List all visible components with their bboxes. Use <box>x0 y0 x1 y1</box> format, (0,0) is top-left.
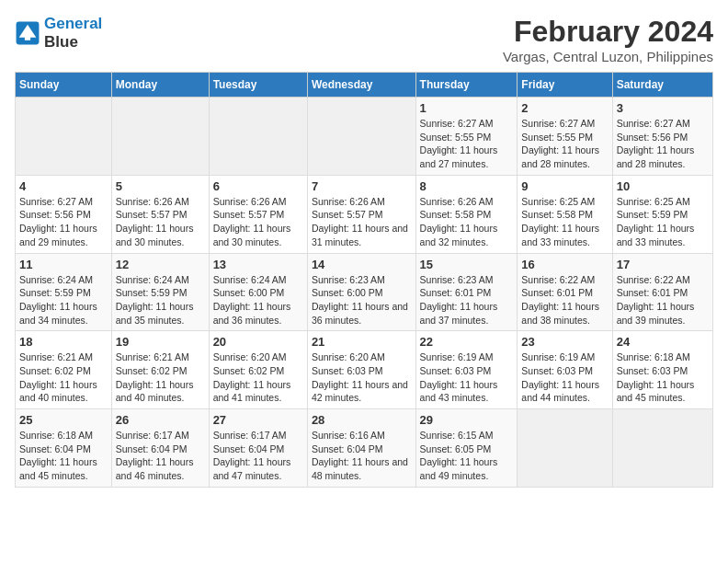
day-number: 7 <box>312 179 412 193</box>
day-number: 28 <box>312 413 412 427</box>
day-info: Sunrise: 6:23 AM Sunset: 6:00 PM Dayligh… <box>312 273 412 327</box>
day-info: Sunrise: 6:21 AM Sunset: 6:02 PM Dayligh… <box>19 350 108 405</box>
calendar-cell: 25Sunrise: 6:18 AM Sunset: 6:04 PM Dayli… <box>16 409 112 488</box>
day-info: Sunrise: 6:23 AM Sunset: 6:01 PM Dayligh… <box>420 273 514 327</box>
subtitle: Vargas, Central Luzon, Philippines <box>503 49 713 64</box>
day-number: 5 <box>116 179 205 193</box>
calendar-cell: 5Sunrise: 6:26 AM Sunset: 5:57 PM Daylig… <box>111 175 209 253</box>
day-info: Sunrise: 6:24 AM Sunset: 6:00 PM Dayligh… <box>213 273 303 327</box>
day-info: Sunrise: 6:19 AM Sunset: 6:03 PM Dayligh… <box>420 350 514 405</box>
day-info: Sunrise: 6:25 AM Sunset: 5:59 PM Dayligh… <box>617 195 709 249</box>
week-row-3: 18Sunrise: 6:21 AM Sunset: 6:02 PM Dayli… <box>16 331 713 409</box>
day-number: 29 <box>420 413 514 427</box>
logo-text: General Blue <box>44 15 102 52</box>
calendar-cell: 2Sunrise: 6:27 AM Sunset: 5:55 PM Daylig… <box>518 98 612 176</box>
calendar-cell: 17Sunrise: 6:22 AM Sunset: 6:01 PM Dayli… <box>612 253 712 331</box>
day-info: Sunrise: 6:25 AM Sunset: 5:58 PM Dayligh… <box>521 195 608 249</box>
calendar-cell: 6Sunrise: 6:26 AM Sunset: 5:57 PM Daylig… <box>209 175 307 253</box>
logo: General Blue <box>15 15 102 52</box>
day-info: Sunrise: 6:26 AM Sunset: 5:57 PM Dayligh… <box>312 195 412 249</box>
day-info: Sunrise: 6:20 AM Sunset: 6:02 PM Dayligh… <box>213 350 303 405</box>
day-info: Sunrise: 6:15 AM Sunset: 6:05 PM Dayligh… <box>420 429 514 483</box>
day-number: 2 <box>521 101 608 115</box>
weekday-header-monday: Monday <box>111 73 209 98</box>
day-info: Sunrise: 6:26 AM Sunset: 5:58 PM Dayligh… <box>420 195 514 249</box>
day-info: Sunrise: 6:21 AM Sunset: 6:02 PM Dayligh… <box>116 350 205 405</box>
day-info: Sunrise: 6:18 AM Sunset: 6:03 PM Dayligh… <box>617 350 709 405</box>
weekday-header-row: SundayMondayTuesdayWednesdayThursdayFrid… <box>16 73 713 98</box>
day-info: Sunrise: 6:18 AM Sunset: 6:04 PM Dayligh… <box>19 429 108 483</box>
calendar-cell: 10Sunrise: 6:25 AM Sunset: 5:59 PM Dayli… <box>612 175 712 253</box>
day-number: 22 <box>420 335 514 349</box>
calendar-cell: 14Sunrise: 6:23 AM Sunset: 6:00 PM Dayli… <box>307 253 415 331</box>
calendar-cell: 27Sunrise: 6:17 AM Sunset: 6:04 PM Dayli… <box>209 409 307 488</box>
week-row-2: 11Sunrise: 6:24 AM Sunset: 5:59 PM Dayli… <box>16 253 713 331</box>
weekday-header-thursday: Thursday <box>415 73 518 98</box>
calendar-cell: 23Sunrise: 6:19 AM Sunset: 6:03 PM Dayli… <box>518 331 612 409</box>
calendar-cell: 26Sunrise: 6:17 AM Sunset: 6:04 PM Dayli… <box>111 409 209 488</box>
calendar-table: SundayMondayTuesdayWednesdayThursdayFrid… <box>15 72 713 488</box>
title-area: February 2024 Vargas, Central Luzon, Phi… <box>503 15 713 64</box>
calendar-cell <box>518 409 612 488</box>
day-number: 17 <box>617 258 709 271</box>
weekday-header-tuesday: Tuesday <box>209 73 307 98</box>
day-number: 3 <box>617 101 709 115</box>
day-number: 13 <box>213 258 303 271</box>
week-row-4: 25Sunrise: 6:18 AM Sunset: 6:04 PM Dayli… <box>16 409 713 488</box>
weekday-header-wednesday: Wednesday <box>307 73 415 98</box>
day-number: 26 <box>116 413 205 427</box>
day-info: Sunrise: 6:26 AM Sunset: 5:57 PM Dayligh… <box>213 195 303 249</box>
day-info: Sunrise: 6:20 AM Sunset: 6:03 PM Dayligh… <box>312 350 412 405</box>
day-info: Sunrise: 6:27 AM Sunset: 5:56 PM Dayligh… <box>617 117 709 171</box>
day-info: Sunrise: 6:27 AM Sunset: 5:56 PM Dayligh… <box>19 195 108 249</box>
calendar-cell: 1Sunrise: 6:27 AM Sunset: 5:55 PM Daylig… <box>415 98 518 176</box>
day-number: 25 <box>19 413 108 427</box>
svg-rect-2 <box>25 33 30 40</box>
day-number: 12 <box>116 258 205 271</box>
calendar-cell: 24Sunrise: 6:18 AM Sunset: 6:03 PM Dayli… <box>612 331 712 409</box>
day-info: Sunrise: 6:27 AM Sunset: 5:55 PM Dayligh… <box>521 117 608 171</box>
day-number: 24 <box>617 335 709 349</box>
calendar-cell: 4Sunrise: 6:27 AM Sunset: 5:56 PM Daylig… <box>16 175 112 253</box>
calendar-cell <box>111 98 209 176</box>
day-number: 27 <box>213 413 303 427</box>
day-info: Sunrise: 6:24 AM Sunset: 5:59 PM Dayligh… <box>19 273 108 327</box>
day-number: 16 <box>521 258 608 271</box>
day-number: 8 <box>420 179 514 193</box>
calendar-cell <box>307 98 415 176</box>
day-info: Sunrise: 6:27 AM Sunset: 5:55 PM Dayligh… <box>420 117 514 171</box>
day-number: 4 <box>19 179 108 193</box>
calendar-cell: 19Sunrise: 6:21 AM Sunset: 6:02 PM Dayli… <box>111 331 209 409</box>
day-number: 18 <box>19 335 108 349</box>
day-number: 21 <box>312 335 412 349</box>
calendar-cell: 29Sunrise: 6:15 AM Sunset: 6:05 PM Dayli… <box>415 409 518 488</box>
calendar-cell: 15Sunrise: 6:23 AM Sunset: 6:01 PM Dayli… <box>415 253 518 331</box>
weekday-header-sunday: Sunday <box>16 73 112 98</box>
calendar-cell: 20Sunrise: 6:20 AM Sunset: 6:02 PM Dayli… <box>209 331 307 409</box>
day-number: 1 <box>420 101 514 115</box>
day-number: 10 <box>617 179 709 193</box>
calendar-cell: 21Sunrise: 6:20 AM Sunset: 6:03 PM Dayli… <box>307 331 415 409</box>
day-number: 20 <box>213 335 303 349</box>
day-info: Sunrise: 6:17 AM Sunset: 6:04 PM Dayligh… <box>116 429 205 483</box>
calendar-cell: 7Sunrise: 6:26 AM Sunset: 5:57 PM Daylig… <box>307 175 415 253</box>
calendar-cell: 22Sunrise: 6:19 AM Sunset: 6:03 PM Dayli… <box>415 331 518 409</box>
calendar-cell <box>209 98 307 176</box>
day-number: 19 <box>116 335 205 349</box>
day-info: Sunrise: 6:22 AM Sunset: 6:01 PM Dayligh… <box>617 273 709 327</box>
logo-icon <box>15 20 40 46</box>
calendar-cell: 9Sunrise: 6:25 AM Sunset: 5:58 PM Daylig… <box>518 175 612 253</box>
day-number: 9 <box>521 179 608 193</box>
day-info: Sunrise: 6:17 AM Sunset: 6:04 PM Dayligh… <box>213 429 303 483</box>
day-info: Sunrise: 6:22 AM Sunset: 6:01 PM Dayligh… <box>521 273 608 327</box>
calendar-cell: 16Sunrise: 6:22 AM Sunset: 6:01 PM Dayli… <box>518 253 612 331</box>
weekday-header-saturday: Saturday <box>612 73 712 98</box>
calendar-cell <box>16 98 112 176</box>
day-number: 14 <box>312 258 412 271</box>
day-number: 15 <box>420 258 514 271</box>
calendar-cell: 3Sunrise: 6:27 AM Sunset: 5:56 PM Daylig… <box>612 98 712 176</box>
main-title: February 2024 <box>503 15 713 49</box>
week-row-0: 1Sunrise: 6:27 AM Sunset: 5:55 PM Daylig… <box>16 98 713 176</box>
weekday-header-friday: Friday <box>518 73 612 98</box>
day-info: Sunrise: 6:26 AM Sunset: 5:57 PM Dayligh… <box>116 195 205 249</box>
